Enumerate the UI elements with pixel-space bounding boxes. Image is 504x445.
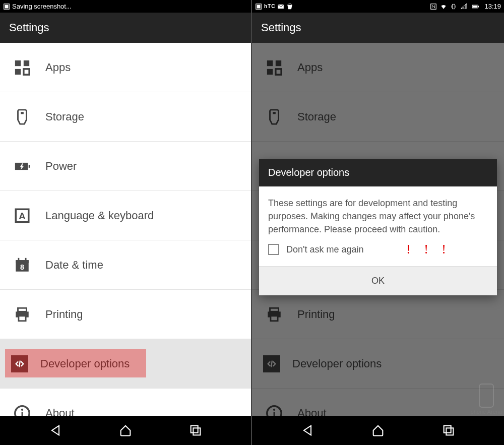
svg-rect-28 [453,4,455,9]
phone-right: hTC ! 13:19 Settings Apps Storage Power [252,0,504,445]
htc-logo: hTC [264,4,275,9]
signal-icon: ! [460,3,467,10]
battery-icon [470,3,481,10]
storage-icon [11,106,33,128]
svg-rect-21 [22,412,23,416]
playstore-icon [286,3,293,10]
header-title: Settings [9,21,49,34]
svg-rect-56 [444,426,451,433]
wifi-icon [440,3,447,10]
svg-point-20 [21,409,23,411]
item-label: Apps [45,61,71,74]
item-label: Power [45,160,77,173]
svg-rect-35 [473,6,478,8]
printing-icon [11,303,33,326]
dialog-body-text: These settings are for development and t… [268,198,475,234]
settings-item-developer[interactable]: Developer options [0,339,251,389]
settings-item-datetime[interactable]: 8 Date & time [0,240,251,290]
language-icon: A [11,205,33,227]
datetime-icon: 8 [11,254,33,276]
item-label: Storage [45,110,84,123]
status-time: 13:19 [484,3,501,10]
svg-rect-5 [24,69,29,74]
svg-rect-4 [15,69,21,74]
svg-rect-13 [18,258,20,261]
settings-item-language[interactable]: A Language & keyboard [0,191,251,240]
nav-home-button[interactable] [115,420,136,440]
settings-list[interactable]: Apps Storage Power A Language & keyboard… [0,43,251,416]
nfc-icon [430,3,437,10]
nav-back-button[interactable] [45,420,66,440]
watermark-text: phone Arena [471,409,502,415]
svg-rect-2 [15,60,21,66]
watermark: phone Arena [471,384,502,415]
nav-home-button[interactable] [368,420,388,440]
svg-rect-8 [29,165,30,168]
dialog-ok-button[interactable]: OK [259,266,497,295]
svg-rect-6 [21,112,24,114]
gmail-icon [277,3,284,10]
svg-rect-16 [18,308,27,311]
developer-dialog: Developer options These settings are for… [259,159,497,295]
item-label: Developer options [40,357,130,370]
about-icon [11,402,33,416]
svg-rect-31 [464,5,465,9]
navbar [252,416,504,445]
svg-text:!: ! [466,3,467,6]
exclaim-annotation: ! ! ! [406,240,451,259]
item-label: Printing [45,308,83,321]
svg-rect-29 [461,8,462,9]
svg-rect-57 [446,428,453,435]
screenshot-icon [3,3,10,10]
checkbox-label: Don't ask me again [286,244,364,255]
settings-item-apps[interactable]: Apps [0,43,251,92]
settings-list: Apps Storage Power A Language & keyboard… [252,43,504,416]
developer-icon [11,355,28,372]
nav-back-button[interactable] [297,420,318,440]
dialog-checkbox-row[interactable]: Don't ask me again [259,241,497,266]
settings-item-storage[interactable]: Storage [0,92,251,142]
svg-rect-25 [257,5,261,8]
settings-item-printing[interactable]: Printing [0,290,251,339]
item-label: Language & keyboard [45,209,154,222]
svg-rect-23 [194,428,201,435]
item-label: About [45,407,75,416]
header-title: Settings [261,21,301,34]
status-text: Saving screenshot... [12,3,72,10]
statusbar: hTC ! 13:19 [252,0,504,13]
svg-rect-22 [191,426,198,433]
navbar [0,416,251,445]
item-label: Date & time [45,259,103,272]
dialog-body: These settings are for development and t… [259,186,497,241]
phone-left: Saving screenshot... Settings Apps Stora… [0,0,252,445]
svg-rect-1 [5,5,9,8]
statusbar: Saving screenshot... [0,0,251,13]
svg-text:A: A [19,211,25,221]
settings-item-about[interactable]: About [0,389,251,416]
vibrate-icon [450,3,457,10]
svg-rect-30 [463,7,464,9]
dont-ask-checkbox[interactable] [268,244,279,255]
settings-item-power[interactable]: Power [0,142,251,191]
svg-text:8: 8 [20,263,24,271]
header: Settings [0,13,251,43]
dialog-title: Developer options [259,159,497,186]
screenshot-icon [255,3,262,10]
svg-rect-36 [478,6,479,7]
nav-recent-button[interactable] [438,420,459,440]
power-icon [11,155,33,177]
header: Settings [252,13,504,43]
svg-rect-18 [19,315,26,321]
svg-rect-3 [24,60,29,66]
nav-recent-button[interactable] [185,420,206,440]
apps-icon [11,56,33,79]
svg-rect-14 [25,258,27,261]
